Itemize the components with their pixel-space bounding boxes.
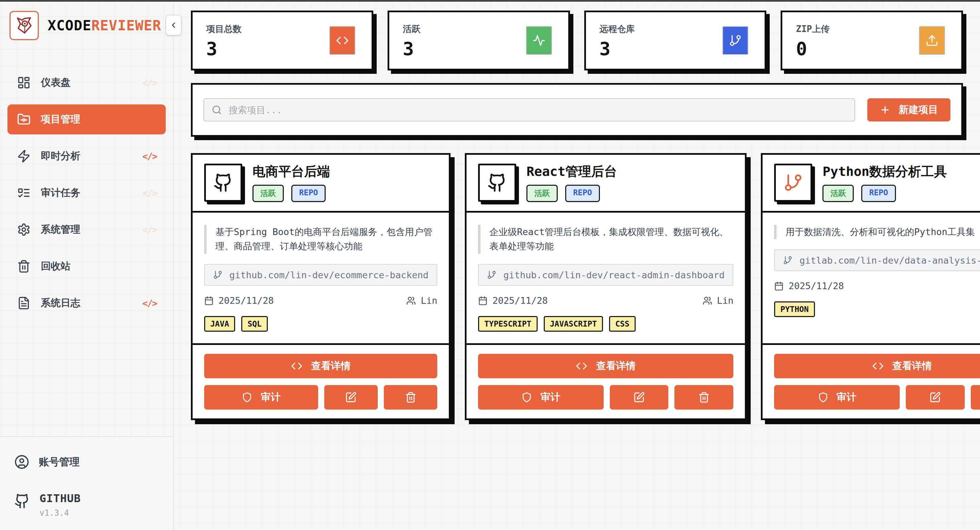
edit-button[interactable] bbox=[906, 385, 965, 409]
audit-label: 审计 bbox=[837, 390, 856, 404]
edit-button[interactable] bbox=[324, 385, 378, 409]
app-title: XCODEREVIEWER bbox=[48, 17, 161, 34]
repo-url: github.com/lin-dev/react-admin-dashboard bbox=[503, 270, 724, 280]
project-date: 2025/11/28 bbox=[204, 295, 274, 306]
stat-label: 远程仓库 bbox=[600, 23, 635, 35]
language-tags: PYTHON bbox=[774, 301, 980, 328]
zap-icon bbox=[17, 149, 30, 163]
sidebar-item-instant-analysis[interactable]: 即时分析 </> bbox=[8, 141, 166, 171]
view-details-button[interactable]: 查看详情 bbox=[774, 354, 980, 378]
audit-button[interactable]: 审计 bbox=[204, 385, 318, 409]
project-description: 企业级React管理后台模板，集成权限管理、数据可视化、表单处理等功能 bbox=[478, 225, 733, 254]
repo-url-box: github.com/lin-dev/react-admin-dashboard bbox=[478, 264, 733, 286]
sidebar-collapse-button[interactable] bbox=[166, 15, 181, 35]
file-text-icon bbox=[17, 296, 30, 310]
main-content: 项目总数 3 活跃 3 远程仓库 3 ZIP上传 0 bbox=[174, 2, 980, 530]
owner-text: Lin bbox=[717, 295, 733, 306]
repo-url: gitlab.com/lin-dev/data-analysis-toolkit bbox=[799, 255, 980, 266]
audit-button[interactable]: 审计 bbox=[774, 385, 899, 409]
project-card-footer: 查看详情 审计 bbox=[192, 343, 449, 419]
language-tag: JAVASCRIPT bbox=[544, 316, 603, 332]
date-text: 2025/11/28 bbox=[788, 281, 844, 291]
view-details-button[interactable]: 查看详情 bbox=[478, 354, 733, 378]
action-button-row: 审计 bbox=[204, 385, 437, 409]
sidebar-item-system-admin[interactable]: 系统管理 </> bbox=[8, 215, 166, 244]
project-title: 电商平台后端 bbox=[253, 164, 330, 179]
language-tags: TYPESCRIPT JAVASCRIPT CSS bbox=[478, 316, 733, 343]
edit-icon bbox=[345, 392, 356, 403]
git-branch-icon bbox=[487, 270, 496, 279]
project-card-body: 用于数据清洗、分析和可视化的Python工具集 gitlab.com/lin-d… bbox=[762, 213, 980, 343]
sidebar-footer: 账号管理 GITHUB v1.3.4 bbox=[0, 436, 173, 530]
sidebar: XCODEREVIEWER 仪表盘 </> 项目管理 即时分析 </> 审计任务… bbox=[0, 2, 173, 530]
sidebar-item-system-logs[interactable]: 系统日志 </> bbox=[8, 288, 166, 318]
sidebar-item-label: 系统管理 bbox=[41, 223, 80, 236]
source-badge: REPO bbox=[565, 185, 600, 202]
project-toolbar: 新建项目 bbox=[191, 83, 963, 137]
view-details-button[interactable]: 查看详情 bbox=[204, 354, 437, 378]
edit-icon bbox=[633, 392, 645, 403]
action-button-row: 审计 bbox=[774, 385, 980, 409]
stat-card-zip-uploads: ZIP上传 0 bbox=[781, 11, 963, 70]
search-input[interactable] bbox=[229, 105, 847, 115]
status-badge: 活跃 bbox=[527, 185, 558, 202]
language-tag: TYPESCRIPT bbox=[478, 316, 537, 332]
project-card: 电商平台后端 活跃 REPO 基于Spring Boot的电商平台后端服务，包含… bbox=[191, 153, 450, 420]
code-deco-icon: </> bbox=[142, 78, 157, 88]
project-grid: 电商平台后端 活跃 REPO 基于Spring Boot的电商平台后端服务，包含… bbox=[191, 153, 963, 420]
sidebar-item-label: 仪表盘 bbox=[41, 76, 70, 89]
trash-icon bbox=[698, 392, 710, 403]
language-tag: JAVA bbox=[204, 316, 235, 332]
repo-url-box: gitlab.com/lin-dev/data-analysis-toolkit bbox=[774, 249, 980, 271]
trash-icon bbox=[17, 260, 30, 273]
project-date: 2025/11/28 bbox=[478, 295, 548, 306]
code-icon bbox=[576, 360, 587, 372]
audit-button[interactable]: 审计 bbox=[478, 385, 603, 409]
action-button-row: 审计 bbox=[478, 385, 733, 409]
project-badges: 活跃 REPO bbox=[253, 185, 330, 202]
stat-value: 0 bbox=[796, 40, 830, 58]
code-deco-icon: </> bbox=[142, 151, 157, 162]
delete-button[interactable] bbox=[675, 385, 733, 409]
project-card-footer: 查看详情 审计 bbox=[762, 343, 980, 419]
plus-icon bbox=[880, 105, 891, 115]
code-deco-icon: </> bbox=[142, 298, 157, 309]
date-text: 2025/11/28 bbox=[218, 295, 274, 306]
sidebar-item-audit-tasks[interactable]: 审计任务 </> bbox=[8, 178, 166, 208]
account-management-item[interactable]: 账号管理 bbox=[14, 454, 159, 470]
project-card-header: Python数据分析工具 活跃 REPO bbox=[762, 155, 980, 213]
project-card-body: 企业级React管理后台模板，集成权限管理、数据可视化、表单处理等功能 gith… bbox=[466, 213, 745, 343]
github-label: GITHUB bbox=[40, 492, 81, 505]
edit-button[interactable] bbox=[610, 385, 669, 409]
project-date: 2025/11/28 bbox=[774, 281, 844, 291]
app-version: v1.3.4 bbox=[40, 508, 81, 518]
language-tags: JAVA SQL bbox=[204, 316, 437, 343]
upload-icon bbox=[919, 26, 945, 55]
trash-icon bbox=[405, 392, 417, 403]
sidebar-item-recycle-bin[interactable]: 回收站 bbox=[8, 251, 166, 281]
app-logo bbox=[10, 11, 39, 40]
sidebar-item-projects[interactable]: 项目管理 bbox=[8, 105, 166, 134]
search-icon bbox=[212, 105, 222, 115]
project-badges: 活跃 REPO bbox=[527, 185, 617, 202]
git-branch-icon bbox=[722, 26, 748, 55]
calendar-icon bbox=[774, 281, 784, 291]
delete-button[interactable] bbox=[384, 385, 437, 409]
github-icon bbox=[204, 163, 242, 202]
project-card-footer: 查看详情 审计 bbox=[466, 343, 745, 419]
sidebar-item-label: 审计任务 bbox=[41, 186, 80, 200]
code-icon bbox=[329, 26, 355, 55]
new-project-button[interactable]: 新建项目 bbox=[867, 98, 950, 121]
repo-url-box: github.com/lin-dev/ecommerce-backend bbox=[204, 264, 437, 286]
project-owner: Lin bbox=[406, 295, 437, 306]
sidebar-header: XCODEREVIEWER bbox=[0, 2, 173, 49]
git-branch-icon bbox=[774, 163, 812, 202]
sidebar-item-dashboard[interactable]: 仪表盘 </> bbox=[8, 68, 166, 98]
shield-icon bbox=[521, 392, 532, 403]
sidebar-item-label: 系统日志 bbox=[41, 296, 80, 310]
delete-button[interactable] bbox=[971, 385, 980, 409]
date-text: 2025/11/28 bbox=[492, 295, 548, 306]
project-card: React管理后台 活跃 REPO 企业级React管理后台模板，集成权限管理、… bbox=[465, 153, 746, 420]
project-badges: 活跃 REPO bbox=[822, 185, 947, 202]
project-title: React管理后台 bbox=[527, 164, 617, 179]
